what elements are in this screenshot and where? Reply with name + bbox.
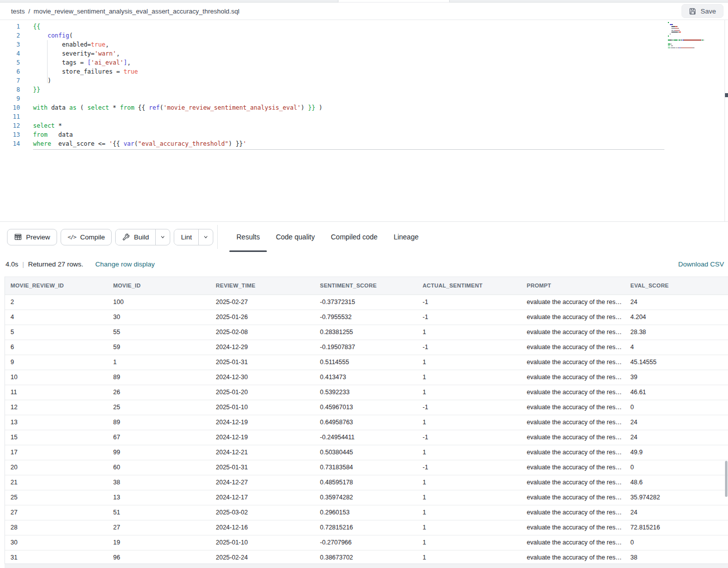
code-line[interactable]: 2 config( [0,31,666,40]
save-button[interactable]: Save [681,4,723,18]
code-line[interactable]: 3 enabled=true, [0,40,666,49]
column-header-movie_review_id[interactable]: MOVIE_REVIEW_ID [5,277,108,295]
table-cell: 0.50380445 [314,445,417,460]
lint-button-label: Lint [181,233,192,241]
editor-scrollbar-marker[interactable] [725,93,728,97]
code-line[interactable]: 6 store_failures = true [0,67,666,76]
results-table-container: MOVIE_REVIEW_IDMOVIE_IDREVIEW_TIMESENTIM… [5,276,728,568]
table-row[interactable]: 5552025-02-080.283812551evaluate the acc… [5,325,728,340]
table-cell: 1 [417,355,521,370]
preview-button[interactable]: Preview [7,229,57,245]
lint-dropdown-toggle[interactable] [198,229,213,245]
build-dropdown-toggle[interactable] [155,229,170,245]
minimap-line [668,46,714,47]
table-cell: -0.37372315 [314,295,417,310]
column-header-review_time[interactable]: REVIEW_TIME [210,277,314,295]
breadcrumb-filename[interactable]: movie_review_sentiment_analysis_eval_ass… [34,8,239,15]
code-line-text: tags = ['ai_eval'], [20,58,131,67]
table-cell: 0.45967013 [314,400,417,415]
table-cell: 1 [417,385,521,400]
table-row[interactable]: 4302025-01-26-0.7955532-1evaluate the ac… [5,310,728,325]
code-line[interactable]: 14where eval_score <= '{{ var("eval_accu… [0,139,666,148]
tab-lineage[interactable]: Lineage [387,222,426,252]
tab-code-quality[interactable]: Code quality [269,222,322,252]
table-cell: 55 [108,325,210,340]
table-row[interactable]: 25132024-12-170.359742821evaluate the ac… [5,490,728,505]
table-cell: 0.48595178 [314,475,417,490]
breadcrumb-folder[interactable]: tests [11,8,25,15]
download-csv-link[interactable]: Download CSV [678,260,724,268]
code-line[interactable]: 5 tags = ['ai_eval'], [0,58,666,67]
line-number: 5 [0,58,20,67]
table-row[interactable]: 28272024-12-160.728152161evaluate the ac… [5,520,728,535]
table-row[interactable]: 27512025-03-020.29601531evaluate the acc… [5,505,728,520]
table-row[interactable]: 15672024-12-19-0.24954411-1evaluate the … [5,430,728,445]
code-lines: 1{{2 config(3 enabled=true,4 severity='w… [0,22,666,148]
table-cell: 26 [108,385,210,400]
preview-button-label: Preview [26,233,50,241]
prompt-cell: evaluate the accuracy of the res…❯ [521,475,625,490]
table-row[interactable]: 11262025-01-200.53922331evaluate the acc… [5,385,728,400]
table-row[interactable]: 20602025-01-310.73183584-1evaluate the a… [5,460,728,475]
column-header-eval_score[interactable]: EVAL_SCORE [625,277,728,295]
tab-label: Results [236,233,260,241]
table-vertical-scrollbar[interactable] [725,461,727,497]
tab-results[interactable]: Results [229,222,267,252]
code-line[interactable]: 9 [0,94,666,103]
compile-button[interactable]: </>Compile [61,229,112,245]
table-row[interactable]: 17992024-12-210.503804451evaluate the ac… [5,445,728,460]
code-line-text: severity='warn', [20,49,120,58]
table-row[interactable]: 21002025-02-27-0.37372315-1evaluate the … [5,295,728,310]
table-cell: 31 [5,550,108,565]
table-row[interactable]: 30192025-01-10-0.27079661evaluate the ac… [5,535,728,550]
code-line[interactable]: 7 ) [0,76,666,85]
table-cell: 0.2960153 [314,505,417,520]
table-row[interactable]: 912025-01-310.51145551evaluate the accur… [5,355,728,370]
table-cell: -1 [417,460,521,475]
returned-rows-text: Returned 27 rows. [28,260,83,268]
line-number: 4 [0,49,20,58]
code-line[interactable]: 4 severity='warn', [0,49,666,58]
table-cell: 72.815216 [625,520,728,535]
code-line[interactable]: 1{{ [0,22,666,31]
minimap-line [668,28,714,29]
column-header-prompt[interactable]: PROMPT [521,277,625,295]
code-line[interactable]: 12select * [0,121,666,130]
change-row-display-link[interactable]: Change row display [95,260,155,268]
table-row[interactable]: 12252025-01-100.45967013-1evaluate the a… [5,400,728,415]
table-row[interactable]: 13892024-12-190.649587631evaluate the ac… [5,415,728,430]
code-line[interactable]: 13from data [0,130,666,139]
tab-compiled-code[interactable]: Compiled code [324,222,385,252]
prompt-text: evaluate the accuracy of the res… [527,404,622,411]
column-header-actual_sentiment[interactable]: ACTUAL_SENTIMENT [417,277,521,295]
code-line[interactable]: 10with data as ( select * from {{ ref('m… [0,103,666,112]
table-cell: 30 [5,535,108,550]
table-cell: 2025-01-26 [210,310,314,325]
table-cell: 60 [108,460,210,475]
breadcrumb-separator: / [28,8,30,15]
prompt-text: evaluate the accuracy of the res… [527,434,622,441]
wrench-icon [122,233,130,241]
prompt-cell: evaluate the accuracy of the res…❯ [521,385,625,400]
column-header-movie_id[interactable]: MOVIE_ID [108,277,210,295]
code-editor[interactable]: 1{{2 config(3 enabled=true,4 severity='w… [0,20,728,222]
table-row[interactable]: 6592024-12-29-0.19507837-1evaluate the a… [5,340,728,355]
code-line[interactable]: 11 [0,112,666,121]
build-button-group: Build [115,229,170,245]
table-cell: 27 [5,505,108,520]
chevron-down-icon [160,234,166,240]
table-cell: 2025-02-08 [210,325,314,340]
table-row[interactable]: 10892024-12-300.4134731evaluate the accu… [5,370,728,385]
table-cell: 0.73183584 [314,460,417,475]
lint-button[interactable]: Lint [174,229,198,245]
table-cell: 96 [108,550,210,565]
table-horizontal-scrollbar[interactable] [5,563,728,568]
table-row[interactable]: 21382024-12-270.485951781evaluate the ac… [5,475,728,490]
table-row[interactable]: 31962025-02-240.386737021evaluate the ac… [5,550,728,565]
column-header-sentiment_score[interactable]: SENTIMENT_SCORE [314,277,417,295]
code-line[interactable]: 8}} [0,85,666,94]
minimap-line [668,26,714,27]
editor-minimap[interactable] [668,22,714,49]
build-button[interactable]: Build [116,229,155,245]
prompt-cell: evaluate the accuracy of the res…❯ [521,295,625,310]
